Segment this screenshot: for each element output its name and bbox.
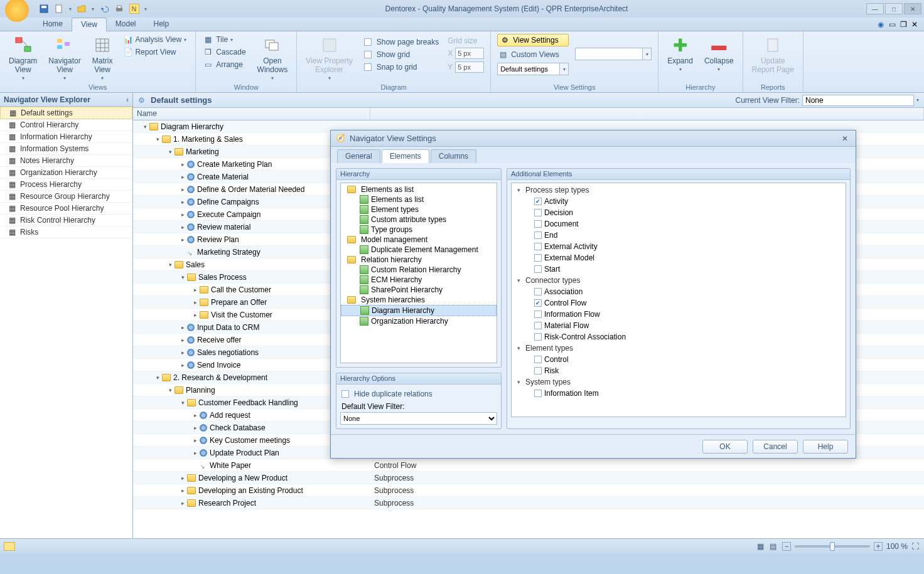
nav-item[interactable]: ▦Risks (0, 226, 132, 238)
toggle-icon[interactable] (192, 462, 198, 469)
toggle-icon[interactable]: ▸ (180, 475, 186, 481)
status-view-icon-2[interactable]: ▤ (770, 542, 778, 551)
cascade-button[interactable]: ❐Cascade (202, 46, 248, 58)
toggle-icon[interactable]: ▸ (180, 199, 186, 205)
toggle-icon[interactable]: ▸ (180, 362, 186, 368)
help-icon[interactable]: ◉ (878, 20, 886, 29)
help-button[interactable]: Help (803, 440, 848, 454)
checkbox[interactable] (534, 322, 542, 329)
chevron-down-icon[interactable]: ▾ (643, 48, 652, 60)
tab-general[interactable]: General (337, 149, 380, 163)
ae-group-header[interactable]: ▾Element types (512, 343, 846, 354)
checkbox[interactable] (534, 254, 542, 262)
ae-group-header[interactable]: ▾System types (512, 376, 846, 388)
tab-columns[interactable]: Columns (431, 149, 476, 163)
checkbox[interactable] (534, 390, 542, 397)
nav-item[interactable]: ▦Notes Hierarchy (0, 155, 132, 167)
checkbox[interactable]: ✔ (534, 198, 542, 205)
nav-item[interactable]: ▦Resource Pool Hierarchy (0, 203, 132, 215)
toggle-icon[interactable]: ▸ (180, 500, 186, 506)
toggle-icon[interactable]: ▾ (515, 379, 522, 385)
ae-group-header[interactable]: ▾Connector types (512, 275, 846, 286)
toggle-icon[interactable]: ▸ (192, 425, 198, 431)
analysis-view-button[interactable]: 📊Analysis View▾ (121, 34, 189, 45)
dialog-close-icon[interactable]: ✕ (839, 134, 851, 143)
toggle-icon[interactable]: ▾ (154, 136, 161, 142)
table-row[interactable]: ▸Developing a New ProductSubprocess (133, 472, 924, 484)
toggle-icon[interactable]: ▾ (180, 274, 186, 280)
report-view-button[interactable]: 📄Report View (121, 46, 189, 58)
toggle-icon[interactable]: ▸ (192, 437, 198, 444)
toggle-icon[interactable]: ▸ (180, 349, 186, 356)
collapse-panel-icon[interactable]: ‹ (126, 95, 129, 104)
chevron-down-icon[interactable]: ▾ (916, 97, 919, 103)
table-row[interactable]: ▸Research ProjectSubprocess (133, 497, 924, 509)
ae-item[interactable]: Information Flow (512, 309, 846, 320)
view-settings-button[interactable]: ⚙View Settings (497, 34, 569, 46)
toggle-icon[interactable]: ▾ (515, 187, 522, 193)
hierarchy-item[interactable]: Relation hierarchy (341, 255, 497, 265)
checkbox[interactable] (534, 243, 542, 250)
collapse-button[interactable]: ▬Collapse▾ (702, 34, 736, 73)
toggle-icon[interactable]: ▾ (154, 375, 161, 381)
tab-elements[interactable]: Elements (382, 149, 429, 163)
toggle-icon[interactable]: ▾ (515, 277, 522, 284)
toggle-icon[interactable]: ▾ (180, 400, 186, 406)
hide-duplicates-check[interactable]: Hide duplicate relations (340, 387, 497, 401)
toggle-icon[interactable]: ▸ (180, 161, 186, 167)
column-name-header[interactable]: Name (133, 108, 370, 120)
open-icon[interactable] (77, 4, 87, 14)
view-settings-extra-input[interactable] (575, 48, 643, 60)
ae-item[interactable]: End (512, 230, 846, 241)
min-ribbon-icon[interactable]: ▭ (889, 20, 898, 29)
toggle-icon[interactable]: ▸ (192, 412, 198, 418)
zoom-out-icon[interactable]: − (782, 542, 791, 551)
ae-item[interactable]: Start (512, 263, 846, 275)
nav-item[interactable]: ▦Default settings (0, 107, 132, 119)
hierarchy-item[interactable]: Element types (341, 205, 497, 215)
toggle-icon[interactable]: ▾ (167, 149, 173, 155)
toggle-icon[interactable]: ▾ (515, 345, 522, 351)
hierarchy-item[interactable]: Diagram Hierarchy (341, 305, 497, 316)
hierarchy-item[interactable]: SharePoint Hierarchy (341, 285, 497, 295)
toggle-icon[interactable]: ▸ (180, 487, 186, 494)
hierarchy-item[interactable]: Elements as list (341, 194, 497, 205)
status-view-icon[interactable]: ▦ (757, 542, 766, 551)
view-settings-select[interactable] (497, 63, 560, 75)
checkbox[interactable] (534, 311, 542, 318)
toggle-icon[interactable]: ▸ (192, 450, 198, 456)
ok-button[interactable]: OK (702, 440, 748, 454)
tree-grid[interactable]: 🧭 Navigator View Settings ✕ General Elem… (133, 120, 924, 538)
checkbox[interactable] (534, 333, 542, 341)
toggle-icon[interactable]: ▾ (167, 262, 173, 268)
print-icon[interactable] (114, 4, 124, 14)
ae-item[interactable]: ✔Control Flow (512, 297, 846, 309)
nav-item[interactable]: ▦Information Hierarchy (0, 131, 132, 143)
ae-item[interactable]: Risk-Control Association (512, 331, 846, 343)
close-button[interactable]: ✕ (904, 3, 921, 14)
nav-item[interactable]: ▦Process Hierarchy (0, 179, 132, 191)
checkbox[interactable] (534, 356, 542, 363)
checkbox[interactable]: ✔ (534, 299, 542, 307)
checkbox[interactable] (534, 231, 542, 239)
hierarchy-item[interactable]: ECM Hierarchy (341, 275, 497, 285)
tab-home[interactable]: Home (34, 18, 72, 31)
close-child-icon[interactable]: ✕ (911, 20, 920, 29)
fullscreen-icon[interactable]: ⛶ (911, 542, 920, 551)
ae-item[interactable]: Control (512, 354, 846, 365)
table-row[interactable]: ▸Developing an Existing ProductSubproces… (133, 484, 924, 497)
ae-item[interactable]: Association (512, 286, 846, 297)
arrange-button[interactable]: ▭Arrange (202, 59, 248, 70)
toggle-icon[interactable]: ▸ (180, 337, 186, 343)
zoom-slider[interactable] (795, 545, 870, 548)
hierarchy-item[interactable]: System hierarchies (341, 295, 497, 305)
current-view-filter-input[interactable] (802, 95, 914, 106)
toggle-icon[interactable]: ▸ (180, 237, 186, 243)
hierarchy-item[interactable]: Model management (341, 235, 497, 245)
toggle-icon[interactable]: ▸ (180, 186, 186, 193)
dialog-titlebar[interactable]: 🧭 Navigator View Settings ✕ (331, 130, 856, 147)
minimize-button[interactable]: — (866, 3, 884, 14)
toggle-icon[interactable]: ▸ (192, 287, 198, 293)
checkbox[interactable] (534, 220, 542, 228)
toggle-icon[interactable]: ▸ (180, 211, 186, 218)
